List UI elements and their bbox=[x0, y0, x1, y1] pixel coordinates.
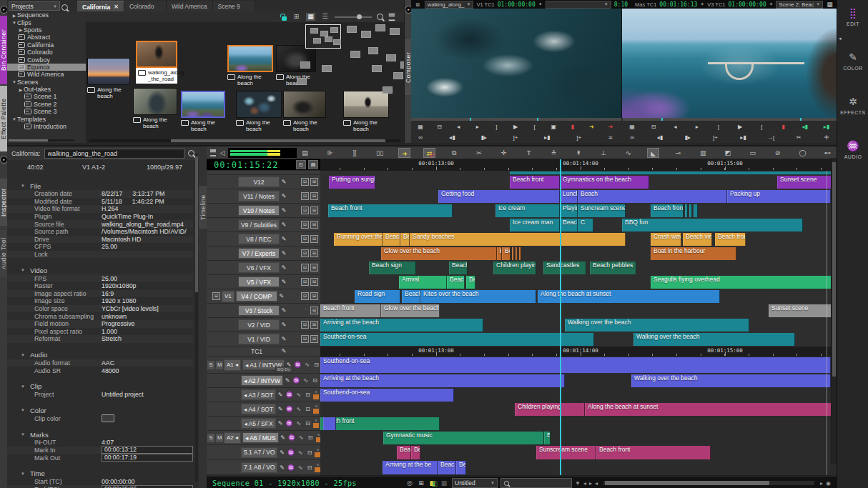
transport-button[interactable]: ▶ bbox=[735, 124, 745, 130]
track-name-button[interactable]: V12 bbox=[238, 176, 280, 187]
timeline-clip[interactable]: Sandy beaches bbox=[410, 233, 626, 246]
timeline-clip[interactable]: Beach front bbox=[320, 417, 440, 430]
section-title-marks[interactable]: ▼Marks bbox=[7, 430, 193, 439]
bin-clip-thumbnail[interactable]: Along the beach bbox=[133, 88, 177, 129]
tree-item-scene-1[interactable]: Scene 1 bbox=[7, 93, 86, 100]
timeline-clip[interactable]: Gymnastics on the beach bbox=[560, 176, 649, 189]
track-monitor-icon[interactable]: ⊟ bbox=[310, 321, 318, 329]
track-lane-A7 / VO[interactable]: BeacBeSunscream sceneBeach front bbox=[320, 445, 832, 461]
section-title-time[interactable]: ▼Time bbox=[7, 469, 193, 478]
workspace-audio[interactable]: ♒AUDIO bbox=[837, 140, 868, 159]
triangle-collapsed-icon[interactable]: ▶ bbox=[18, 87, 24, 92]
workspace-color[interactable]: ✎COLOR bbox=[837, 51, 868, 71]
transport-button[interactable]: ✛ bbox=[822, 134, 832, 141]
waveform-icon[interactable]: ♒ bbox=[285, 406, 294, 412]
track-lane-V3 / Stock[interactable]: Beach frontGlow over the beachSunset sce… bbox=[320, 304, 832, 319]
track-monitor-icon[interactable]: ⊟ bbox=[310, 307, 318, 314]
timeline-view-dropdown[interactable]: Untitled ▼ bbox=[452, 478, 498, 488]
scattered-thumb[interactable] bbox=[347, 26, 357, 33]
timeline-clip[interactable]: Beach bbox=[383, 233, 400, 246]
transport-button[interactable]: →[ bbox=[766, 134, 776, 141]
timeline-clip[interactable]: Be bbox=[456, 461, 466, 474]
bin-clip-thumbnail[interactable]: Along the beach bbox=[283, 91, 326, 132]
track-name-button[interactable]: ◂ A4 / SOT bbox=[241, 404, 276, 414]
track-header-V3 / Stock[interactable]: V3 / Stock✎·⊟ bbox=[207, 304, 320, 318]
bin-tab-wild-america[interactable]: Wild America bbox=[167, 1, 213, 11]
waveform-icon[interactable]: ♒ bbox=[292, 377, 301, 384]
chevron-down-icon[interactable]: ▼ bbox=[769, 2, 774, 6]
track-lane-V9 / Subtitles[interactable]: Ice cream manBeachCBBQ fun bbox=[320, 218, 832, 233]
track-monitor-icon[interactable]: · bbox=[302, 307, 309, 313]
speaker-icon[interactable]: ◁ bbox=[219, 148, 226, 158]
eq-curve-icon[interactable]: ∿ bbox=[295, 464, 305, 471]
tree-item-abstract[interactable]: Abstract bbox=[7, 34, 86, 41]
timeline-clip[interactable] bbox=[512, 247, 514, 260]
transport-button[interactable]: ➜ bbox=[586, 124, 596, 130]
table-view-icon[interactable]: ⊞ bbox=[292, 13, 301, 21]
timeline-clip[interactable]: Beach bbox=[560, 219, 578, 231]
eq-curve-icon[interactable]: ∿ bbox=[297, 434, 306, 441]
pencil-icon[interactable]: ✎ bbox=[280, 336, 288, 342]
timeline-clip[interactable]: Beach front bbox=[328, 204, 453, 217]
track-monitor-icon[interactable]: ⊡ bbox=[301, 192, 309, 200]
tree-item-scene-2[interactable]: Scene 2 bbox=[7, 101, 86, 108]
inspector-search-icon[interactable] bbox=[188, 150, 194, 156]
track-lane-V10 / Notes[interactable]: Beach frontIce creamPlayingSuncream scen… bbox=[320, 204, 832, 219]
pencil-icon[interactable]: ✎ bbox=[280, 207, 288, 214]
timeline-clip[interactable]: Beach front bbox=[715, 233, 746, 246]
tree-h-scrollbar[interactable] bbox=[9, 139, 74, 141]
timeline-clip[interactable] bbox=[519, 247, 521, 260]
track-lane-A5 / SFX[interactable]: Beach front bbox=[320, 417, 832, 432]
timeline-clip[interactable]: Sunset scene bbox=[769, 304, 832, 317]
track-lane-A1 / INTVW[interactable]: Southend-on-sea bbox=[320, 357, 832, 374]
timeline-clip[interactable]: Beach bbox=[402, 290, 420, 303]
solo-button[interactable]: S bbox=[207, 360, 215, 370]
transport-button[interactable]: ▮ bbox=[568, 124, 578, 130]
track-lane-V11 / Notes[interactable]: Getting foodLunchBeachPacking up bbox=[320, 189, 832, 204]
timeline-clip[interactable]: Beach bbox=[578, 190, 727, 203]
track-monitor-icon[interactable]: ⊡ bbox=[301, 292, 309, 300]
eq-curve-icon[interactable]: ∿ bbox=[295, 449, 305, 456]
scattered-thumb[interactable] bbox=[393, 72, 403, 79]
track-name-button[interactable]: ◂ A5 / SFX bbox=[241, 418, 276, 429]
track-lane-V6 / VFX[interactable]: Beach signBeachChildren playingSandcastl… bbox=[320, 261, 832, 276]
triangle-expanded-icon[interactable]: ▼ bbox=[11, 80, 17, 84]
tree-item-sequences[interactable]: ▶Sequences bbox=[7, 11, 86, 19]
eq-curve-icon[interactable]: ∿ bbox=[294, 406, 303, 412]
timeline-clip[interactable]: Glow over the beach bbox=[381, 304, 440, 317]
tc-option-button[interactable]: ⊡ bbox=[296, 160, 306, 169]
track-header-V7 / Experts[interactable]: V7 / Experts✎⊡⊟ bbox=[207, 247, 320, 261]
timeline-clip[interactable]: Along the beach at sunset bbox=[538, 290, 720, 303]
transport-button[interactable]: ◂ bbox=[453, 124, 463, 130]
track-lane-V8 / REC[interactable]: Running over the sBeachBeSandy beachesCr… bbox=[320, 232, 832, 247]
track-monitor-icon[interactable]: ⊟ bbox=[310, 235, 318, 243]
pencil-icon[interactable]: ✎ bbox=[280, 236, 288, 242]
pencil-icon[interactable]: ✎ bbox=[276, 392, 285, 398]
projects-dropdown[interactable]: Projects ▼ bbox=[9, 1, 60, 11]
solo-button[interactable]: S bbox=[207, 433, 215, 443]
timeline-clip[interactable]: Sandcastles bbox=[543, 262, 586, 274]
section-title-video[interactable]: ▼Video bbox=[7, 266, 193, 274]
timeline-clip[interactable] bbox=[323, 417, 336, 430]
timeline-clip[interactable]: Be bbox=[502, 247, 511, 260]
bin-h-scrollbar[interactable] bbox=[89, 139, 400, 142]
tc-option-button[interactable]: ▤ bbox=[308, 160, 318, 169]
timeline-clip[interactable]: Beach sign bbox=[369, 262, 416, 274]
transport-button[interactable]: ⊟ bbox=[648, 124, 659, 130]
transport-button[interactable]: ▮ bbox=[779, 124, 789, 130]
transport-button[interactable]: ∞ bbox=[415, 134, 425, 141]
pencil-icon[interactable]: ✎ bbox=[280, 221, 288, 228]
mini-solo-button[interactable]: s bbox=[313, 404, 319, 408]
bin-clip-thumbnail[interactable]: Along the beach bbox=[227, 45, 273, 86]
timeline-tool-icon[interactable]: ◣ bbox=[647, 148, 659, 158]
tree-item-scenes[interactable]: ▼Scenes bbox=[7, 79, 86, 86]
scattered-thumb[interactable] bbox=[390, 28, 400, 35]
monitor-menu-icon[interactable]: ⧈ bbox=[414, 1, 422, 9]
timeline-tool-icon[interactable]: ∿ bbox=[622, 148, 634, 158]
timeline-clip[interactable]: Beach front bbox=[651, 204, 684, 217]
timeline-tool-icon[interactable]: ][ bbox=[349, 148, 361, 158]
triangle-expanded-icon[interactable]: ▼ bbox=[11, 117, 17, 121]
chevron-down-icon[interactable]: ▼ bbox=[700, 2, 704, 6]
thumbnail-size-slider[interactable] bbox=[335, 16, 372, 18]
mini-mute-button[interactable] bbox=[313, 423, 319, 428]
